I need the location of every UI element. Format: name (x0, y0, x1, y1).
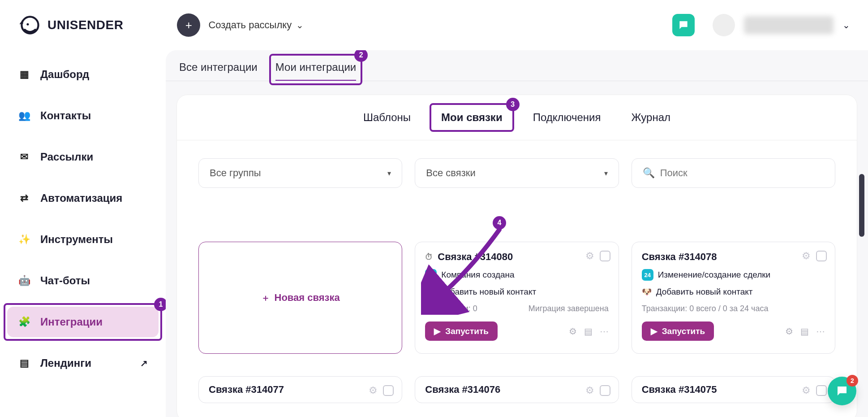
chat-unread-badge: 2 (847, 375, 858, 387)
filter-row: Все группы ▾ Все связки ▾ 🔍 (177, 140, 857, 197)
dashboard-icon: ▦ (18, 69, 30, 80)
tools-icon: ✨ (18, 234, 30, 245)
checkbox[interactable] (816, 251, 827, 261)
clock-icon: ⏱ (425, 252, 433, 262)
sidebar-item-label: Рассылки (40, 151, 93, 163)
search-box[interactable]: 🔍 (632, 158, 835, 188)
play-icon: ▶ (434, 326, 441, 336)
subtab-my-bindings[interactable]: Мои связки 3 (435, 108, 509, 127)
plus-icon: ＋ (261, 292, 270, 304)
chevron-down-icon: ⌄ (296, 20, 304, 30)
sidebar-item-landings[interactable]: ▤ Лендинги ↗ (7, 348, 159, 378)
card-row-text: Добавить новый контакт (656, 287, 753, 297)
user-avatar (713, 14, 735, 36)
card-row-text: Изменение/создание сделки (658, 270, 771, 280)
sidebar-item-label: Лендинги (40, 357, 91, 369)
integrations-panel: Шаблоны Мои связки 3 Подключения Журнал (176, 95, 857, 417)
chevron-down-icon: ▾ (387, 169, 391, 178)
sidebar-item-label: Интеграции (40, 316, 103, 328)
card-title-text: Связка #314075 (642, 384, 717, 395)
chevron-down-icon: ⌄ (842, 20, 850, 30)
sidebar-item-integrations[interactable]: 🧩 Интеграции 1 (7, 307, 159, 337)
new-binding-label: Новая связка (275, 292, 340, 304)
bot-icon: 🤖 (18, 275, 30, 287)
list-icon[interactable]: ▤ (800, 326, 809, 337)
scrollbar[interactable] (859, 174, 864, 237)
create-plus-button[interactable]: + (177, 13, 200, 37)
annotation-badge: 3 (506, 98, 520, 111)
app-header: UNISENDER + Создать рассылку ⌄ ⌄ (0, 0, 868, 50)
run-button[interactable]: ▶ Запустить (642, 321, 714, 341)
subtab-journal[interactable]: Журнал (625, 108, 677, 127)
sub-tab-bar: Шаблоны Мои связки 3 Подключения Журнал (177, 95, 857, 140)
svg-point-0 (21, 17, 38, 33)
chat-widget[interactable]: 2 (828, 377, 856, 405)
user-menu[interactable]: ⌄ (713, 14, 850, 36)
brand-name: UNISENDER (47, 18, 123, 32)
chat-bubble-icon (678, 19, 689, 31)
main-content: Все интеграции Мои интеграции 2 Шаблоны … (166, 50, 868, 417)
chain-icon[interactable]: ⚙ (802, 385, 811, 396)
search-input[interactable] (660, 167, 824, 179)
card-title-text: Связка #314078 (642, 251, 717, 263)
chat-bubble-icon (835, 384, 849, 398)
tab-my-integrations[interactable]: Мои интеграции 2 (275, 61, 356, 81)
filter-groups-select[interactable]: Все группы ▾ (198, 158, 402, 188)
create-label-text: Создать рассылку (208, 19, 292, 31)
filter-bindings-select[interactable]: Все связки ▾ (415, 158, 619, 188)
more-icon[interactable]: ⋯ (600, 326, 609, 337)
run-button[interactable]: ▶ Запустить (425, 321, 498, 341)
binding-card: ⚙ Связка #314078 24 Изменение/создание с… (632, 242, 835, 354)
subtab-label: Мои связки (441, 111, 503, 123)
badge-24-icon: 24 (642, 269, 653, 281)
sidebar-item-campaigns[interactable]: ✉ Рассылки (7, 142, 159, 172)
new-binding-card[interactable]: ＋ Новая связка (198, 242, 402, 354)
landing-icon: ▤ (18, 357, 30, 369)
gear-icon[interactable]: ⚙ (569, 326, 577, 337)
card-meta-left: Транзакции: 0 всего / 0 за 24 часа (642, 304, 769, 313)
dog-logo-icon (18, 13, 42, 37)
tab-label: Мои интеграции (275, 61, 356, 73)
create-dropdown[interactable]: Создать рассылку ⌄ (208, 19, 304, 31)
binding-card: ⚙ Связка #314077 (198, 376, 402, 403)
sidebar-item-contacts[interactable]: 👥 Контакты (7, 100, 159, 131)
subtab-templates[interactable]: Шаблоны (357, 108, 417, 127)
chain-icon[interactable]: ⚙ (585, 250, 594, 262)
support-chat-button[interactable] (672, 14, 695, 36)
sidebar-item-label: Автоматизация (40, 192, 122, 204)
tab-label: Все интеграции (179, 61, 258, 73)
tab-all-integrations[interactable]: Все интеграции (179, 61, 258, 81)
sidebar: ▦ Дашборд 👥 Контакты ✉ Рассылки ⇄ Автома… (0, 50, 166, 417)
subtab-connections[interactable]: Подключения (527, 108, 607, 127)
sidebar-item-chatbots[interactable]: 🤖 Чат-боты (7, 265, 159, 296)
chain-icon[interactable]: ⚙ (369, 385, 378, 396)
checkbox[interactable] (600, 251, 610, 261)
card-title-text: Связка #314076 (425, 384, 500, 395)
card-title: ⏱ Связка #314080 (425, 251, 608, 263)
sidebar-item-label: Чат-боты (40, 274, 90, 287)
card-row-text: Компания создана (441, 270, 514, 280)
gear-icon[interactable]: ⚙ (785, 326, 793, 337)
external-link-icon: ↗ (140, 358, 148, 369)
checkbox[interactable] (383, 385, 394, 396)
brand-logo[interactable]: UNISENDER (18, 13, 123, 37)
chat-button[interactable]: 2 (828, 377, 856, 405)
subtab-label: Журнал (631, 111, 670, 123)
list-icon[interactable]: ▤ (584, 326, 593, 337)
puzzle-icon: 🧩 (18, 316, 30, 328)
sidebar-item-tools[interactable]: ✨ Инструменты (7, 224, 159, 255)
card-title: Связка #314078 (642, 251, 825, 263)
run-label: Запустить (662, 326, 705, 336)
sidebar-item-dashboard[interactable]: ▦ Дашборд (7, 59, 159, 90)
sidebar-item-automation[interactable]: ⇄ Автоматизация (7, 183, 159, 213)
sidebar-item-label: Дашборд (40, 68, 89, 81)
checkbox[interactable] (816, 385, 827, 396)
chain-icon[interactable]: ⚙ (802, 250, 811, 262)
checkbox[interactable] (600, 385, 610, 396)
card-meta-left: Транзакции: 0 (425, 304, 477, 313)
card-meta-right: Миграция завершена (529, 304, 609, 313)
user-name-blurred (744, 16, 834, 34)
chain-icon[interactable]: ⚙ (585, 385, 594, 396)
sidebar-item-label: Инструменты (40, 233, 113, 246)
more-icon[interactable]: ⋯ (816, 326, 825, 337)
